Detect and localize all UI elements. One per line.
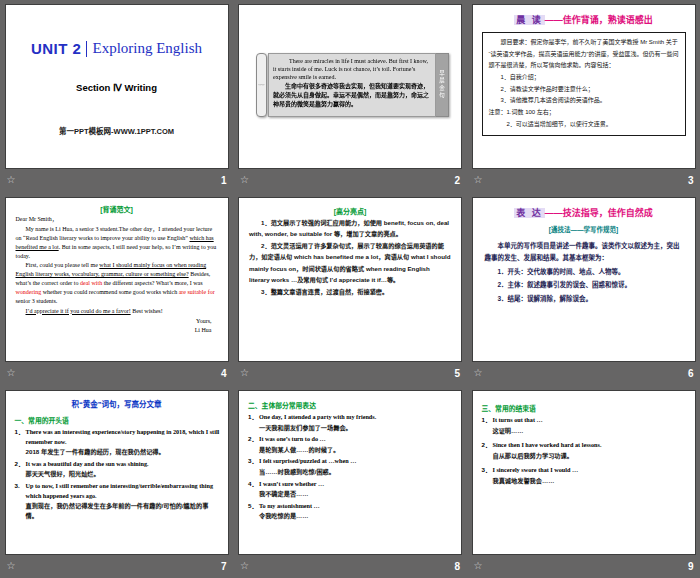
phrase-item: 1． It turns out that … 这证明…… [482, 415, 687, 435]
highlights-tag: [高分亮点] [249, 206, 451, 216]
slide-thumbnail-5[interactable]: [高分亮点] 1．范文展示了较强的词汇应用能力，如使用 benefit, foc… [238, 197, 462, 362]
task-requirements-box: 题目要求：假定你是李华，前不久听了美国文学教授 Mr Smith 关于“读英语文… [482, 32, 686, 136]
transition-star-icon[interactable]: ☆ [7, 175, 16, 185]
morning-reading-title: 晨 读——佳作背诵，熟读语感出 [473, 13, 695, 26]
phrase-chinese: 一天我和朋友们参加了一场舞会。 [259, 423, 453, 433]
transition-star-icon[interactable]: ☆ [7, 368, 16, 378]
slide-number: 5 [454, 368, 460, 379]
unit-label: UNIT 2 [31, 40, 82, 57]
item-number: 1． [248, 412, 259, 432]
phrase-english: I felt surprised/puzzled at …when … [259, 456, 453, 466]
title-slide-heading: UNIT 2Exploring English [6, 39, 228, 57]
phrase-chinese: 直到现在，我仍然记得发生在多年前的一件有趣的/可怕的/尴尬的事情。 [26, 501, 220, 520]
item-number: 1． [15, 427, 26, 457]
tag-chenDu: 晨 读 [514, 15, 545, 25]
transition-star-icon[interactable]: ☆ [240, 175, 249, 185]
essay-paragraph-3: I’d appreciate it if you could do me a f… [16, 307, 218, 316]
transition-star-icon[interactable]: ☆ [240, 561, 249, 571]
sorter-cell-2: ◦◦◦◦ There are miracles in life I must a… [233, 0, 467, 193]
slide-number: 8 [454, 561, 460, 572]
item-number: 4． [248, 479, 259, 499]
sorter-cell-8: 二、主体部分常用表达 1． One day, I attended a part… [233, 386, 467, 578]
item-number: 2． [15, 459, 26, 479]
sorter-cell-3: 晨 读——佳作背诵，熟读语感出 题目要求：假定你是李华，前不久听了美国文学教授 … [467, 0, 700, 193]
transition-star-icon[interactable]: ☆ [474, 368, 483, 378]
transition-star-icon[interactable]: ☆ [240, 368, 249, 378]
signoff-yours: Yours, [16, 317, 212, 326]
phrase-item: 1． There was an interesting experience/s… [15, 427, 220, 457]
item-number: 3． [248, 456, 259, 476]
golden-words-title: 积“黄金”词句，写高分文章 [6, 398, 228, 409]
phrase-chinese: 我不确定是否…… [259, 489, 453, 499]
task-item: 3．请他推荐几本适合阅读的英语作品。 [489, 95, 679, 107]
slide-thumbnail-9[interactable]: 三、常用的结束语 1． It turns out that … 这证明…… 2．… [472, 390, 696, 555]
transition-star-icon[interactable]: ☆ [474, 561, 483, 571]
phrase-english: One day, I attended a party with my frie… [259, 412, 453, 422]
phrase-english: I wasn’t sure whether … [259, 479, 453, 489]
scroll-side-label: 早晨金句 [436, 53, 449, 117]
slide-number: 2 [454, 175, 460, 186]
slide-thumbnail-1[interactable]: UNIT 2Exploring English Section Ⅳ Writin… [5, 4, 229, 169]
task-note-1: 注意：1.词数 100 左右； [489, 107, 679, 119]
slide-caption-5: ☆ 5 [238, 362, 462, 384]
slide-thumbnail-2[interactable]: ◦◦◦◦ There are miracles in life I must a… [238, 4, 462, 169]
phrase-item: 1． One day, I attended a party with my f… [248, 412, 453, 432]
phrase-english: Up to now, I still remember one interest… [26, 481, 220, 500]
phrase-item: 5． To my astonishment … 令我吃惊的是…… [248, 501, 453, 521]
slide-thumbnail-6[interactable]: 表 达——技法指导，佳作自然成 [通技法——学写作规范] 本单元的写作项目是讲述… [472, 197, 696, 362]
slide-number: 4 [221, 368, 227, 379]
phrase-english: Since then I have worked hard at lessons… [493, 440, 687, 450]
phrase-chinese: 我真诚地发誓我会…… [493, 476, 687, 486]
slide-sorter-grid: UNIT 2Exploring English Section Ⅳ Writin… [0, 0, 700, 578]
slide-caption-1: ☆ 1 [5, 169, 229, 191]
slide-caption-7: ☆ 7 [5, 555, 229, 577]
essay-paragraph-1: My name is Li Hua, a senior 3 student.Th… [16, 225, 218, 261]
phrase-item: 4． I wasn’t sure whether … 我不确定是否…… [248, 479, 453, 499]
slide-caption-6: ☆ 6 [472, 362, 696, 384]
section-subtitle: Section Ⅳ Writing [6, 82, 228, 93]
phrase-chinese: 当……时我感到吃惊/困惑。 [259, 467, 453, 477]
phrase-english: I sincerely swore that I would … [493, 465, 687, 475]
task-item: 1．自我介绍； [489, 72, 679, 84]
slide-thumbnail-8[interactable]: 二、主体部分常用表达 1． One day, I attended a part… [238, 390, 462, 555]
slide-number: 3 [688, 175, 694, 186]
phrase-english: It turns out that … [493, 415, 687, 425]
phrase-english: It was a beautiful day and the sun was s… [26, 459, 220, 469]
slide-caption-4: ☆ 4 [5, 362, 229, 384]
framework-item: 3．结尾：误解消除，解除误会。 [485, 292, 683, 306]
item-number: 2． [482, 440, 493, 460]
phrase-item: 2． Since then I have worked hard at less… [482, 440, 687, 460]
phrase-item: 2． It was a beautiful day and the sun wa… [15, 459, 220, 479]
item-number: 5． [248, 501, 259, 521]
phrase-item: 3． I sincerely swore that I would … 我真诚地… [482, 465, 687, 485]
framework-item: 1．开头：交代故事的时间、地点、人物等。 [485, 265, 683, 279]
section-heading-closers: 三、常用的结束语 [482, 403, 695, 413]
phrase-chinese: 那天天气很好，阳光灿烂。 [26, 469, 220, 479]
slide-thumbnail-7[interactable]: 积“黄金”词句，写高分文章 一、常用的开头语 1． There was an i… [5, 390, 229, 555]
expression-title: 表 达——技法指导，佳作自然成 [473, 206, 695, 219]
phrase-chinese: 自从那以后我努力学习功课。 [493, 451, 687, 461]
highlight-item: 3．整篇文章语言连贯，过渡自然，衔接紧密。 [249, 286, 451, 297]
essay-paragraph-2: First, could you please tell me what I s… [16, 261, 218, 305]
phrase-chinese: 2018 年发生了一件有趣的经历，现在我仍然记得。 [26, 447, 220, 457]
slide-number: 1 [221, 175, 227, 186]
slide-caption-2: ☆ 2 [238, 169, 462, 191]
phrase-chinese: 令我吃惊的是…… [259, 511, 453, 521]
slide-number: 9 [688, 561, 694, 572]
course-title: Exploring English [92, 40, 202, 56]
quote-english: There are miracles in life I must achiev… [273, 57, 431, 81]
phrase-chinese: 是轮到某人做……的时候了。 [259, 445, 453, 455]
quote-chinese: 生命中有很多奇迹等我去实现，但我知道要实现奇迹，就必须先从自身做起。幸运不是偶然… [273, 82, 431, 108]
salutation: Dear Mr Smith， [16, 215, 218, 224]
slide-caption-9: ☆ 9 [472, 555, 696, 577]
slide-caption-3: ☆ 3 [472, 169, 696, 191]
transition-star-icon[interactable]: ☆ [474, 175, 483, 185]
transition-star-icon[interactable]: ☆ [7, 561, 16, 571]
sorter-cell-5: [高分亮点] 1．范文展示了较强的词汇应用能力，如使用 benefit, foc… [233, 193, 467, 386]
footer-credit: 第一PPT模板网-WWW.1PPT.COM [6, 125, 228, 136]
slide-thumbnail-3[interactable]: 晨 读——佳作背诵，熟读语感出 题目要求：假定你是李华，前不久听了美国文学教授 … [472, 4, 696, 169]
slide-caption-8: ☆ 8 [238, 555, 462, 577]
highlight-item: 2．范文灵活运用了许多复杂句式，展示了较高的综合运用英语的能力，如定语从句 wh… [249, 240, 451, 285]
phrase-item: 2． It was one’s turn to do … 是轮到某人做……的时候… [248, 434, 453, 454]
slide-thumbnail-4[interactable]: [背诵范文] Dear Mr Smith， My name is Li Hua,… [5, 197, 229, 362]
